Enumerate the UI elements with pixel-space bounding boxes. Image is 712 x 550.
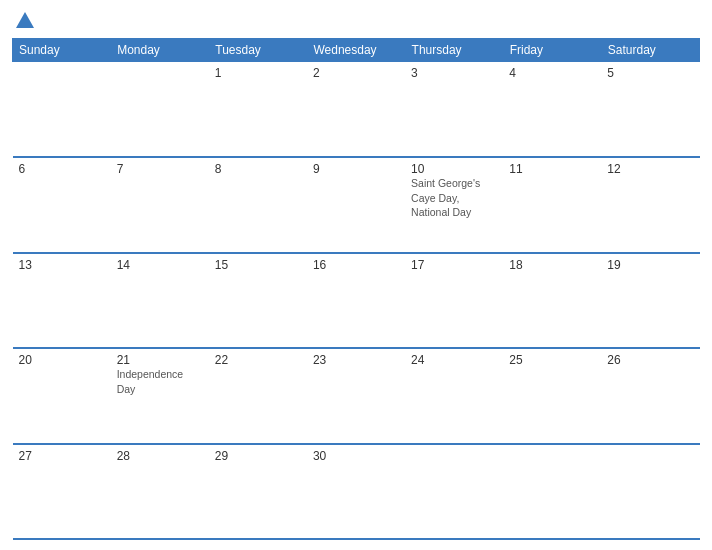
day-cell: 17: [405, 253, 503, 349]
day-cell: 4: [503, 62, 601, 158]
svg-marker-0: [16, 12, 34, 28]
day-number: 9: [313, 162, 399, 176]
day-cell: [405, 444, 503, 540]
day-number: 6: [19, 162, 105, 176]
day-cell: 23: [307, 348, 405, 444]
day-cell: 10Saint George's Caye Day, National Day: [405, 157, 503, 253]
day-cell: 11: [503, 157, 601, 253]
day-cell: 29: [209, 444, 307, 540]
day-cell: 15: [209, 253, 307, 349]
weekday-header-saturday: Saturday: [601, 39, 699, 62]
day-cell: 19: [601, 253, 699, 349]
day-cell: 1: [209, 62, 307, 158]
day-cell: [13, 62, 111, 158]
day-number: 5: [607, 66, 693, 80]
week-row-2: 13141516171819: [13, 253, 700, 349]
day-cell: 5: [601, 62, 699, 158]
week-row-1: 678910Saint George's Caye Day, National …: [13, 157, 700, 253]
day-cell: 27: [13, 444, 111, 540]
day-number: 7: [117, 162, 203, 176]
day-cell: 13: [13, 253, 111, 349]
day-number: 2: [313, 66, 399, 80]
day-number: 14: [117, 258, 203, 272]
day-cell: 3: [405, 62, 503, 158]
day-number: 19: [607, 258, 693, 272]
day-number: 17: [411, 258, 497, 272]
event-label: Saint George's Caye Day, National Day: [411, 177, 480, 218]
day-number: 23: [313, 353, 399, 367]
day-number: 20: [19, 353, 105, 367]
day-cell: 21Independence Day: [111, 348, 209, 444]
week-row-3: 2021Independence Day2223242526: [13, 348, 700, 444]
weekday-header-thursday: Thursday: [405, 39, 503, 62]
day-cell: 30: [307, 444, 405, 540]
day-cell: 26: [601, 348, 699, 444]
day-cell: 2: [307, 62, 405, 158]
day-number: 4: [509, 66, 595, 80]
week-row-4: 27282930: [13, 444, 700, 540]
weekday-header-tuesday: Tuesday: [209, 39, 307, 62]
day-number: 24: [411, 353, 497, 367]
logo-icon: [14, 10, 36, 32]
weekday-header-monday: Monday: [111, 39, 209, 62]
weekday-header-row: SundayMondayTuesdayWednesdayThursdayFrid…: [13, 39, 700, 62]
event-label: Independence Day: [117, 368, 184, 395]
calendar-header: [12, 10, 700, 32]
day-number: 22: [215, 353, 301, 367]
day-cell: 7: [111, 157, 209, 253]
day-number: 13: [19, 258, 105, 272]
day-number: 28: [117, 449, 203, 463]
day-number: 8: [215, 162, 301, 176]
day-number: 27: [19, 449, 105, 463]
calendar-table: SundayMondayTuesdayWednesdayThursdayFrid…: [12, 38, 700, 540]
day-cell: 28: [111, 444, 209, 540]
day-cell: 14: [111, 253, 209, 349]
day-cell: 8: [209, 157, 307, 253]
day-cell: 16: [307, 253, 405, 349]
day-cell: 25: [503, 348, 601, 444]
day-cell: [503, 444, 601, 540]
day-cell: 18: [503, 253, 601, 349]
day-number: 12: [607, 162, 693, 176]
day-number: 29: [215, 449, 301, 463]
day-cell: 9: [307, 157, 405, 253]
day-cell: 22: [209, 348, 307, 444]
day-cell: 12: [601, 157, 699, 253]
day-number: 21: [117, 353, 203, 367]
logo: [12, 10, 36, 32]
day-number: 26: [607, 353, 693, 367]
day-number: 16: [313, 258, 399, 272]
day-number: 25: [509, 353, 595, 367]
day-number: 11: [509, 162, 595, 176]
weekday-header-friday: Friday: [503, 39, 601, 62]
day-cell: 24: [405, 348, 503, 444]
day-cell: [111, 62, 209, 158]
day-number: 15: [215, 258, 301, 272]
day-number: 10: [411, 162, 497, 176]
day-number: 18: [509, 258, 595, 272]
weekday-header-sunday: Sunday: [13, 39, 111, 62]
calendar-thead: SundayMondayTuesdayWednesdayThursdayFrid…: [13, 39, 700, 62]
day-number: 1: [215, 66, 301, 80]
weekday-header-wednesday: Wednesday: [307, 39, 405, 62]
calendar-container: SundayMondayTuesdayWednesdayThursdayFrid…: [0, 0, 712, 550]
day-cell: 20: [13, 348, 111, 444]
calendar-tbody: 12345678910Saint George's Caye Day, Nati…: [13, 62, 700, 540]
day-number: 3: [411, 66, 497, 80]
day-cell: [601, 444, 699, 540]
day-number: 30: [313, 449, 399, 463]
day-cell: 6: [13, 157, 111, 253]
week-row-0: 12345: [13, 62, 700, 158]
